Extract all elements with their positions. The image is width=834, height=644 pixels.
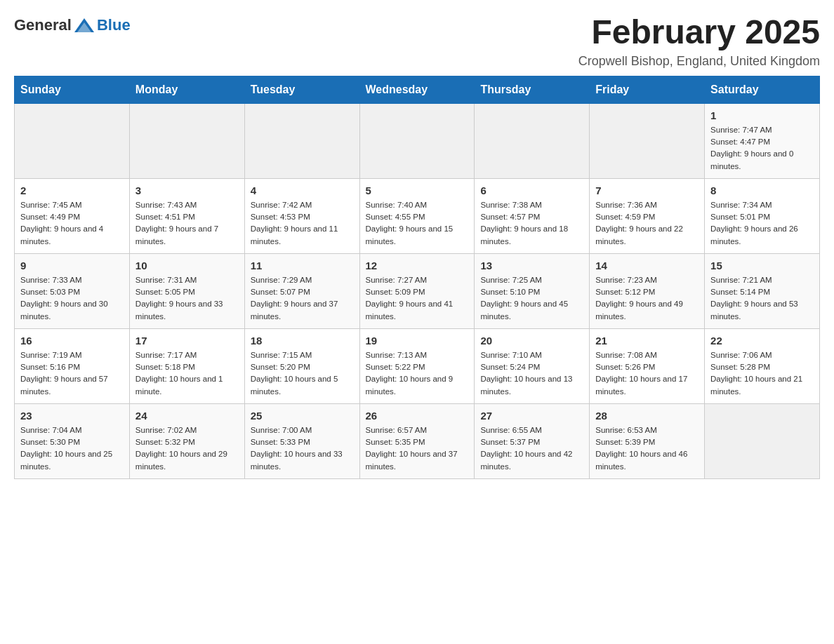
day-info-27: Sunrise: 6:55 AM Sunset: 5:37 PM Dayligh… [480, 424, 583, 473]
day-number-2: 2 [20, 185, 124, 196]
week-row-3: 9Sunrise: 7:33 AM Sunset: 5:03 PM Daylig… [15, 253, 820, 328]
day-number-8: 8 [710, 185, 814, 196]
logo: General Blue [14, 14, 131, 36]
cell-week3-day5: 14Sunrise: 7:23 AM Sunset: 5:12 PM Dayli… [590, 253, 705, 328]
day-number-3: 3 [135, 185, 239, 196]
cell-week1-day0 [15, 103, 130, 178]
day-info-8: Sunrise: 7:34 AM Sunset: 5:01 PM Dayligh… [710, 199, 814, 248]
cell-week1-day5 [590, 103, 705, 178]
cell-week2-day1: 3Sunrise: 7:43 AM Sunset: 4:51 PM Daylig… [129, 178, 244, 253]
cell-week5-day1: 24Sunrise: 7:02 AM Sunset: 5:32 PM Dayli… [129, 403, 244, 478]
header-saturday: Saturday [705, 76, 820, 103]
header-monday: Monday [129, 76, 244, 103]
cell-week2-day4: 6Sunrise: 7:38 AM Sunset: 4:57 PM Daylig… [475, 178, 590, 253]
day-number-12: 12 [366, 260, 469, 271]
cell-week5-day4: 27Sunrise: 6:55 AM Sunset: 5:37 PM Dayli… [475, 403, 590, 478]
day-number-24: 24 [135, 410, 239, 422]
header-wednesday: Wednesday [359, 76, 475, 103]
day-info-19: Sunrise: 7:13 AM Sunset: 5:22 PM Dayligh… [366, 349, 469, 398]
calendar-header: Sunday Monday Tuesday Wednesday Thursday… [15, 76, 820, 103]
cell-week1-day2 [244, 103, 359, 178]
cell-week4-day6: 22Sunrise: 7:06 AM Sunset: 5:28 PM Dayli… [705, 328, 820, 403]
cell-week3-day2: 11Sunrise: 7:29 AM Sunset: 5:07 PM Dayli… [244, 253, 359, 328]
cell-week3-day6: 15Sunrise: 7:21 AM Sunset: 5:14 PM Dayli… [705, 253, 820, 328]
page-header: General Blue February 2025 Cropwell Bish… [14, 14, 820, 69]
cell-week2-day2: 4Sunrise: 7:42 AM Sunset: 4:53 PM Daylig… [244, 178, 359, 253]
cell-week3-day1: 10Sunrise: 7:31 AM Sunset: 5:05 PM Dayli… [129, 253, 244, 328]
day-info-25: Sunrise: 7:00 AM Sunset: 5:33 PM Dayligh… [251, 424, 354, 473]
day-info-4: Sunrise: 7:42 AM Sunset: 4:53 PM Dayligh… [251, 199, 354, 248]
day-info-28: Sunrise: 6:53 AM Sunset: 5:39 PM Dayligh… [595, 424, 699, 473]
location-text: Cropwell Bishop, England, United Kingdom [578, 54, 820, 69]
cell-week4-day4: 20Sunrise: 7:10 AM Sunset: 5:24 PM Dayli… [475, 328, 590, 403]
header-row: Sunday Monday Tuesday Wednesday Thursday… [15, 76, 820, 103]
day-number-4: 4 [251, 185, 354, 196]
day-info-21: Sunrise: 7:08 AM Sunset: 5:26 PM Dayligh… [595, 349, 699, 398]
day-info-17: Sunrise: 7:17 AM Sunset: 5:18 PM Dayligh… [135, 349, 239, 398]
week-row-5: 23Sunrise: 7:04 AM Sunset: 5:30 PM Dayli… [15, 403, 820, 478]
day-number-6: 6 [480, 185, 583, 196]
day-number-20: 20 [480, 335, 583, 347]
day-info-3: Sunrise: 7:43 AM Sunset: 4:51 PM Dayligh… [135, 199, 239, 248]
cell-week5-day6 [705, 403, 820, 478]
cell-week4-day5: 21Sunrise: 7:08 AM Sunset: 5:26 PM Dayli… [590, 328, 705, 403]
cell-week1-day3 [359, 103, 475, 178]
day-info-18: Sunrise: 7:15 AM Sunset: 5:20 PM Dayligh… [251, 349, 354, 398]
day-number-17: 17 [135, 335, 239, 347]
header-friday: Friday [590, 76, 705, 103]
day-info-26: Sunrise: 6:57 AM Sunset: 5:35 PM Dayligh… [366, 424, 469, 473]
day-info-7: Sunrise: 7:36 AM Sunset: 4:59 PM Dayligh… [595, 199, 699, 248]
day-info-24: Sunrise: 7:02 AM Sunset: 5:32 PM Dayligh… [135, 424, 239, 473]
cell-week4-day2: 18Sunrise: 7:15 AM Sunset: 5:20 PM Dayli… [244, 328, 359, 403]
header-thursday: Thursday [475, 76, 590, 103]
day-info-11: Sunrise: 7:29 AM Sunset: 5:07 PM Dayligh… [251, 274, 354, 323]
cell-week4-day1: 17Sunrise: 7:17 AM Sunset: 5:18 PM Dayli… [129, 328, 244, 403]
cell-week3-day0: 9Sunrise: 7:33 AM Sunset: 5:03 PM Daylig… [15, 253, 130, 328]
day-number-9: 9 [20, 260, 124, 271]
day-info-9: Sunrise: 7:33 AM Sunset: 5:03 PM Dayligh… [20, 274, 124, 323]
day-number-5: 5 [366, 185, 469, 196]
week-row-2: 2Sunrise: 7:45 AM Sunset: 4:49 PM Daylig… [15, 178, 820, 253]
cell-week5-day3: 26Sunrise: 6:57 AM Sunset: 5:35 PM Dayli… [359, 403, 475, 478]
week-row-4: 16Sunrise: 7:19 AM Sunset: 5:16 PM Dayli… [15, 328, 820, 403]
day-info-5: Sunrise: 7:40 AM Sunset: 4:55 PM Dayligh… [366, 199, 469, 248]
day-info-16: Sunrise: 7:19 AM Sunset: 5:16 PM Dayligh… [20, 349, 124, 398]
cell-week1-day4 [475, 103, 590, 178]
day-number-18: 18 [251, 335, 354, 347]
day-number-19: 19 [366, 335, 469, 347]
day-number-23: 23 [20, 410, 124, 422]
header-tuesday: Tuesday [244, 76, 359, 103]
day-number-11: 11 [251, 260, 354, 271]
day-info-13: Sunrise: 7:25 AM Sunset: 5:10 PM Dayligh… [480, 274, 583, 323]
cell-week2-day3: 5Sunrise: 7:40 AM Sunset: 4:55 PM Daylig… [359, 178, 475, 253]
day-number-25: 25 [251, 410, 354, 422]
day-number-26: 26 [366, 410, 469, 422]
day-info-2: Sunrise: 7:45 AM Sunset: 4:49 PM Dayligh… [20, 199, 124, 248]
day-number-22: 22 [710, 335, 814, 347]
cell-week1-day6: 1Sunrise: 7:47 AM Sunset: 4:47 PM Daylig… [705, 103, 820, 178]
day-info-14: Sunrise: 7:23 AM Sunset: 5:12 PM Dayligh… [595, 274, 699, 323]
day-info-12: Sunrise: 7:27 AM Sunset: 5:09 PM Dayligh… [366, 274, 469, 323]
day-number-28: 28 [595, 410, 699, 422]
calendar-table: Sunday Monday Tuesday Wednesday Thursday… [14, 76, 820, 479]
cell-week2-day0: 2Sunrise: 7:45 AM Sunset: 4:49 PM Daylig… [15, 178, 130, 253]
month-title: February 2025 [578, 14, 820, 51]
week-row-1: 1Sunrise: 7:47 AM Sunset: 4:47 PM Daylig… [15, 103, 820, 178]
calendar-body: 1Sunrise: 7:47 AM Sunset: 4:47 PM Daylig… [15, 103, 820, 478]
cell-week4-day3: 19Sunrise: 7:13 AM Sunset: 5:22 PM Dayli… [359, 328, 475, 403]
day-info-15: Sunrise: 7:21 AM Sunset: 5:14 PM Dayligh… [710, 274, 814, 323]
cell-week1-day1 [129, 103, 244, 178]
cell-week5-day0: 23Sunrise: 7:04 AM Sunset: 5:30 PM Dayli… [15, 403, 130, 478]
day-number-16: 16 [20, 335, 124, 347]
day-number-27: 27 [480, 410, 583, 422]
day-info-20: Sunrise: 7:10 AM Sunset: 5:24 PM Dayligh… [480, 349, 583, 398]
day-number-1: 1 [710, 109, 814, 121]
day-number-21: 21 [595, 335, 699, 347]
day-number-10: 10 [135, 260, 239, 271]
day-info-22: Sunrise: 7:06 AM Sunset: 5:28 PM Dayligh… [710, 349, 814, 398]
cell-week4-day0: 16Sunrise: 7:19 AM Sunset: 5:16 PM Dayli… [15, 328, 130, 403]
title-section: February 2025 Cropwell Bishop, England, … [578, 14, 820, 69]
cell-week3-day4: 13Sunrise: 7:25 AM Sunset: 5:10 PM Dayli… [475, 253, 590, 328]
header-sunday: Sunday [15, 76, 130, 103]
logo-general-text: General [14, 16, 72, 34]
